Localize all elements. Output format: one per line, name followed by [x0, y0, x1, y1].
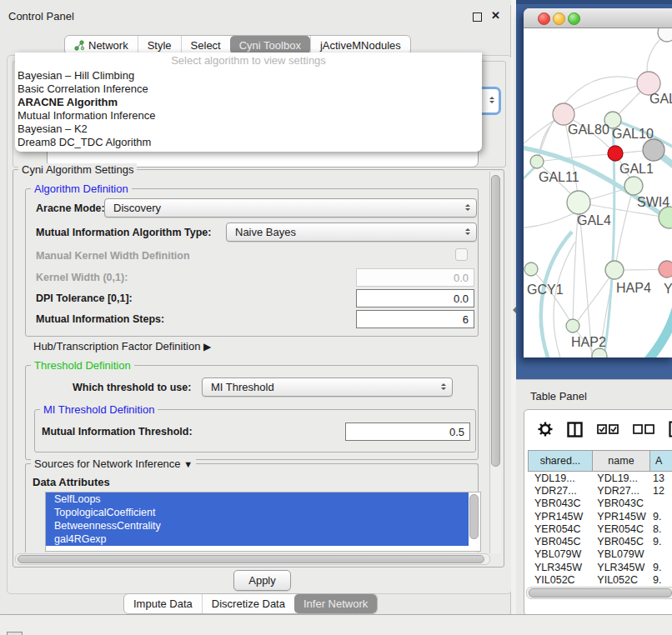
sources-legend[interactable]: Sources for Network Inference ▼: [31, 458, 196, 470]
dpi-tolerance-field[interactable]: 0.0: [356, 289, 474, 308]
unchecked-checkboxes-icon[interactable]: [633, 424, 654, 434]
mi-threshold-field[interactable]: 0.5: [345, 422, 470, 441]
list-item[interactable]: gal4RGexp: [46, 532, 469, 546]
aracne-mode-label: Aracne Mode:: [36, 202, 105, 214]
node-label: GAL1: [619, 162, 654, 176]
network-node[interactable]: [624, 177, 643, 195]
node-label: GAL10: [612, 127, 654, 141]
mi-threshold-definition-legend: MI Threshold Definition: [40, 403, 158, 416]
table-row[interactable]: YBR045C YBR045C 9.: [528, 535, 672, 548]
close-traffic-light[interactable]: [538, 12, 550, 25]
mi-algorithm-type-label: Mutual Information Algorithm Type:: [36, 227, 211, 238]
hub-definition-toggle[interactable]: Hub/Transcription Factor Definition ▶: [33, 340, 211, 352]
table-horizontal-scrollbar[interactable]: [526, 587, 672, 599]
tab-impute-data[interactable]: Impute Data: [124, 594, 202, 613]
table-row[interactable]: YPR145W YPR145W 9.: [528, 510, 672, 522]
node-label: GAL11: [539, 170, 579, 184]
kernel-width-field[interactable]: 0.0: [356, 268, 474, 287]
bottom-tab-bar: Impute Data Discretize Data Infer Networ…: [123, 593, 378, 614]
settings-vertical-scrollbar-thumb[interactable]: [491, 175, 500, 467]
splitter-collapse-icon[interactable]: [509, 307, 516, 313]
collapse-down-icon: ▼: [183, 459, 193, 469]
network-node[interactable]: [659, 261, 672, 278]
manual-kernel-width-checkbox[interactable]: [455, 248, 468, 261]
dpi-tolerance-label: DPI Tolerance [0,1]:: [36, 292, 133, 304]
list-item[interactable]: SelfLoops: [46, 492, 469, 506]
zoom-traffic-light[interactable]: [568, 12, 580, 25]
cyni-algorithm-settings-group: Cyni Algorithm Settings Algorithm Defini…: [13, 169, 504, 568]
network-node[interactable]: [605, 261, 624, 279]
threshold-definition-group: Threshold Definition Which threshold to …: [25, 365, 479, 460]
network-graph[interactable]: GAL GAL80 GAL10 GAL1 GAL11 SWI4 GAL4 GCY…: [524, 28, 672, 358]
list-item[interactable]: TopologicalCoefficient: [46, 506, 469, 519]
minimize-traffic-light[interactable]: [553, 12, 565, 25]
settings-horizontal-scrollbar[interactable]: [15, 553, 490, 565]
column-header-partial[interactable]: A: [650, 450, 672, 472]
table-panel-title: Table Panel: [530, 390, 587, 402]
tab-cyni-toolbox[interactable]: Cyni Toolbox: [230, 36, 310, 54]
settings-horizontal-scrollbar-thumb[interactable]: [18, 555, 484, 563]
mi-algorithm-type-combo[interactable]: Naive Bayes: [226, 222, 477, 242]
table-row[interactable]: YDR27... YDR27... 12: [528, 484, 672, 497]
which-threshold-combo[interactable]: MI Threshold: [202, 378, 453, 397]
table-row[interactable]: YER054C YER054C 8.: [528, 522, 672, 535]
tab-infer-network[interactable]: Infer Network: [294, 594, 377, 613]
network-node-selected[interactable]: [608, 146, 623, 161]
list-item[interactable]: BetweennessCentrality: [46, 519, 469, 532]
node-label: Y: [664, 282, 672, 296]
mi-steps-field[interactable]: 6: [356, 310, 474, 328]
document-icon[interactable]: [669, 421, 672, 438]
minimized-panel-icon[interactable]: [7, 632, 23, 635]
apply-button[interactable]: Apply: [233, 570, 291, 591]
data-attributes-label: Data Attributes: [33, 476, 110, 488]
tab-select[interactable]: Select: [181, 36, 230, 54]
threshold-definition-legend: Threshold Definition: [31, 359, 134, 372]
cyni-algorithm-settings-legend: Cyni Algorithm Settings: [18, 163, 137, 176]
network-node[interactable]: [524, 262, 538, 276]
algorithm-definition-group: Algorithm Definition Aracne Mode: Discov…: [25, 188, 479, 337]
gear-icon[interactable]: [538, 422, 553, 437]
table-panel: Table Panel: [516, 379, 672, 635]
column-header-shared-name[interactable]: shared...: [528, 450, 593, 472]
tab-discretize-data[interactable]: Discretize Data: [202, 594, 294, 613]
tab-style[interactable]: Style: [138, 36, 181, 54]
menu-item[interactable]: Bayesian – Hill Climbing: [15, 69, 482, 82]
close-icon[interactable]: ✕: [491, 9, 500, 22]
table-row[interactable]: YDL19... YDL19... 13: [528, 472, 672, 484]
attribute-list-scrollbar[interactable]: [469, 494, 479, 539]
table-row[interactable]: YBL079W YBL079W: [528, 548, 672, 561]
combo-stepper-icon: [465, 226, 470, 238]
kernel-width-label: Kernel Width (0,1):: [36, 272, 128, 283]
control-panel-titlebar: Control Panel ✕: [0, 5, 510, 27]
bottom-strip: [0, 614, 672, 635]
menu-item[interactable]: Dream8 DC_TDC Algorithm: [15, 136, 482, 149]
network-node[interactable]: [566, 319, 579, 332]
algorithm-dropdown: Select algorithm to view settings Bayesi…: [15, 52, 482, 152]
split-columns-icon[interactable]: [567, 422, 583, 438]
tab-jactivemnodules[interactable]: jActiveMNodules: [310, 36, 410, 54]
menu-item[interactable]: Mutual Information Inference: [15, 109, 482, 122]
checked-checkboxes-icon[interactable]: [597, 424, 619, 434]
control-panel-window: Control Panel ✕ Network Style Select: [0, 5, 511, 618]
node-label: SWI4: [637, 195, 669, 209]
menu-item[interactable]: Bayesian – K2: [15, 122, 482, 136]
network-node[interactable]: [643, 139, 664, 161]
table-row[interactable]: YLR345W YLR345W 9.: [528, 561, 672, 573]
network-node[interactable]: [567, 191, 590, 214]
table-row[interactable]: YBR043C YBR043C: [528, 498, 672, 510]
menu-item-selected[interactable]: ARACNE Algorithm: [15, 96, 482, 109]
settings-vertical-scrollbar[interactable]: [489, 172, 501, 553]
node-label: HAP4: [616, 281, 651, 295]
float-window-icon[interactable]: [473, 12, 482, 22]
network-view-window: GAL GAL80 GAL10 GAL1 GAL11 SWI4 GAL4 GCY…: [524, 8, 672, 358]
node-label: HAP2: [571, 335, 606, 349]
aracne-mode-combo[interactable]: Discovery: [104, 198, 477, 218]
column-header-name[interactable]: name: [593, 450, 650, 472]
network-node[interactable]: [530, 155, 544, 168]
table-row[interactable]: YIL052C YIL052C 9.: [528, 573, 672, 586]
menu-item[interactable]: Basic Correlation Inference: [15, 82, 482, 96]
table-horizontal-scrollbar-thumb[interactable]: [529, 588, 672, 598]
network-node[interactable]: [659, 207, 672, 228]
tab-network-label: Network: [88, 39, 128, 52]
tab-network[interactable]: Network: [65, 36, 138, 54]
